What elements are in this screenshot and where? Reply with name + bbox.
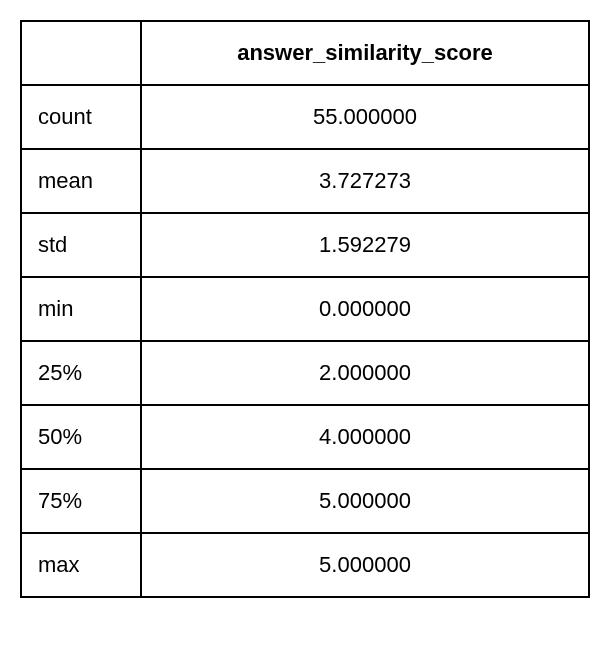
row-label: 25%: [21, 341, 141, 405]
value-cell: 5.000000: [141, 469, 589, 533]
row-label: max: [21, 533, 141, 597]
corner-cell: [21, 21, 141, 85]
value-cell: 1.592279: [141, 213, 589, 277]
row-label: std: [21, 213, 141, 277]
value-cell: 55.000000: [141, 85, 589, 149]
table-row: max 5.000000: [21, 533, 589, 597]
table-row: mean 3.727273: [21, 149, 589, 213]
table-body: count 55.000000 mean 3.727273 std 1.5922…: [21, 85, 589, 597]
row-label: 75%: [21, 469, 141, 533]
table-row: 25% 2.000000: [21, 341, 589, 405]
table-row: 75% 5.000000: [21, 469, 589, 533]
row-label: mean: [21, 149, 141, 213]
table-row: 50% 4.000000: [21, 405, 589, 469]
value-cell: 3.727273: [141, 149, 589, 213]
table-row: std 1.592279: [21, 213, 589, 277]
column-header: answer_similarity_score: [141, 21, 589, 85]
stats-table: answer_similarity_score count 55.000000 …: [20, 20, 590, 598]
row-label: count: [21, 85, 141, 149]
table-row: min 0.000000: [21, 277, 589, 341]
value-cell: 5.000000: [141, 533, 589, 597]
row-label: min: [21, 277, 141, 341]
value-cell: 0.000000: [141, 277, 589, 341]
row-label: 50%: [21, 405, 141, 469]
table-row: count 55.000000: [21, 85, 589, 149]
table-header-row: answer_similarity_score: [21, 21, 589, 85]
value-cell: 2.000000: [141, 341, 589, 405]
value-cell: 4.000000: [141, 405, 589, 469]
